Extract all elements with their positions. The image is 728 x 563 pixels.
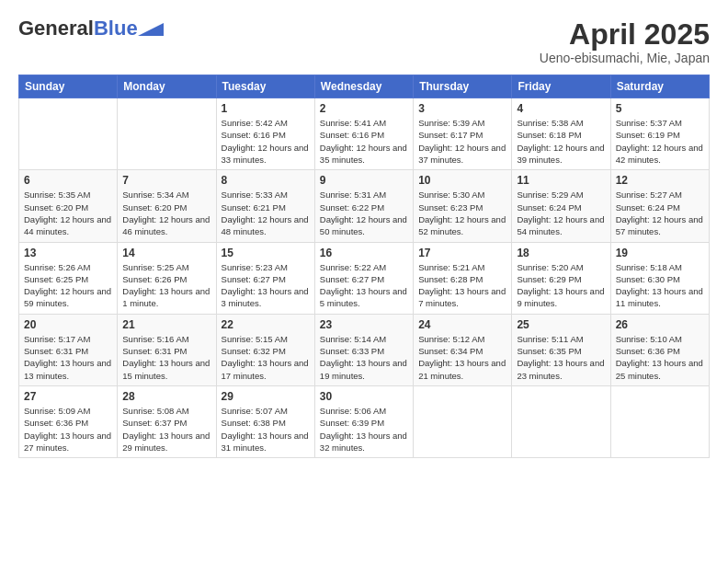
day-info: Sunrise: 5:09 AMSunset: 6:36 PMDaylight:… bbox=[24, 405, 112, 454]
day-number: 1 bbox=[222, 102, 310, 115]
day-number: 25 bbox=[517, 318, 605, 331]
day-info: Sunrise: 5:38 AMSunset: 6:18 PMDaylight:… bbox=[517, 117, 605, 166]
calendar-subtitle: Ueno-ebisumachi, Mie, Japan bbox=[540, 51, 710, 65]
calendar-cell: 10Sunrise: 5:30 AMSunset: 6:23 PMDayligh… bbox=[414, 170, 512, 242]
day-number: 10 bbox=[418, 174, 506, 187]
day-info: Sunrise: 5:18 AMSunset: 6:30 PMDaylight:… bbox=[616, 261, 704, 310]
day-info: Sunrise: 5:25 AMSunset: 6:26 PMDaylight:… bbox=[122, 261, 210, 310]
calendar-cell bbox=[19, 98, 118, 170]
weekday-header: Tuesday bbox=[216, 75, 314, 98]
day-number: 21 bbox=[122, 318, 210, 331]
weekday-header: Monday bbox=[118, 75, 216, 98]
day-info: Sunrise: 5:08 AMSunset: 6:37 PMDaylight:… bbox=[122, 405, 210, 454]
day-number: 26 bbox=[616, 318, 704, 331]
calendar-cell: 16Sunrise: 5:22 AMSunset: 6:27 PMDayligh… bbox=[314, 242, 413, 314]
day-number: 16 bbox=[320, 247, 408, 259]
day-number: 17 bbox=[418, 247, 506, 259]
day-info: Sunrise: 5:39 AMSunset: 6:17 PMDaylight:… bbox=[418, 117, 506, 166]
calendar-cell: 15Sunrise: 5:23 AMSunset: 6:27 PMDayligh… bbox=[216, 242, 314, 314]
page-header: GeneralBlue April 2025 Ueno-ebisumachi, … bbox=[18, 18, 710, 65]
day-info: Sunrise: 5:15 AMSunset: 6:32 PMDaylight:… bbox=[222, 333, 310, 382]
day-number: 24 bbox=[418, 318, 506, 331]
calendar-week-row: 13Sunrise: 5:26 AMSunset: 6:25 PMDayligh… bbox=[19, 242, 710, 314]
calendar-cell: 19Sunrise: 5:18 AMSunset: 6:30 PMDayligh… bbox=[610, 242, 709, 314]
day-number: 15 bbox=[222, 247, 310, 259]
day-info: Sunrise: 5:27 AMSunset: 6:24 PMDaylight:… bbox=[616, 189, 704, 237]
day-number: 5 bbox=[616, 102, 704, 115]
calendar-cell: 11Sunrise: 5:29 AMSunset: 6:24 PMDayligh… bbox=[512, 170, 610, 242]
weekday-header: Wednesday bbox=[314, 75, 413, 98]
day-number: 22 bbox=[222, 318, 310, 331]
day-info: Sunrise: 5:21 AMSunset: 6:28 PMDaylight:… bbox=[418, 261, 506, 310]
day-number: 13 bbox=[24, 247, 112, 259]
logo: GeneralBlue bbox=[18, 18, 164, 39]
day-info: Sunrise: 5:17 AMSunset: 6:31 PMDaylight:… bbox=[24, 333, 112, 382]
calendar-cell: 30Sunrise: 5:06 AMSunset: 6:39 PMDayligh… bbox=[314, 385, 413, 457]
day-info: Sunrise: 5:23 AMSunset: 6:27 PMDaylight:… bbox=[222, 261, 310, 310]
calendar-title: April 2025 bbox=[540, 18, 710, 51]
calendar-week-row: 6Sunrise: 5:35 AMSunset: 6:20 PMDaylight… bbox=[19, 170, 710, 242]
svg-marker-0 bbox=[138, 23, 164, 36]
calendar-cell: 14Sunrise: 5:25 AMSunset: 6:26 PMDayligh… bbox=[118, 242, 216, 314]
calendar-cell: 25Sunrise: 5:11 AMSunset: 6:35 PMDayligh… bbox=[512, 314, 610, 385]
calendar-cell: 21Sunrise: 5:16 AMSunset: 6:31 PMDayligh… bbox=[118, 314, 216, 385]
day-number: 14 bbox=[122, 247, 210, 259]
day-info: Sunrise: 5:34 AMSunset: 6:20 PMDaylight:… bbox=[122, 189, 210, 237]
calendar-cell bbox=[512, 385, 610, 457]
calendar-cell: 9Sunrise: 5:31 AMSunset: 6:22 PMDaylight… bbox=[314, 170, 413, 242]
calendar-cell: 23Sunrise: 5:14 AMSunset: 6:33 PMDayligh… bbox=[314, 314, 413, 385]
calendar-cell: 3Sunrise: 5:39 AMSunset: 6:17 PMDaylight… bbox=[414, 98, 512, 170]
weekday-header: Friday bbox=[512, 75, 610, 98]
day-number: 28 bbox=[122, 390, 210, 403]
day-info: Sunrise: 5:20 AMSunset: 6:29 PMDaylight:… bbox=[517, 261, 605, 310]
day-info: Sunrise: 5:29 AMSunset: 6:24 PMDaylight:… bbox=[517, 189, 605, 237]
calendar-cell: 27Sunrise: 5:09 AMSunset: 6:36 PMDayligh… bbox=[19, 385, 118, 457]
calendar-cell: 22Sunrise: 5:15 AMSunset: 6:32 PMDayligh… bbox=[216, 314, 314, 385]
day-number: 29 bbox=[222, 390, 310, 403]
calendar-cell bbox=[414, 385, 512, 457]
calendar-cell bbox=[118, 98, 216, 170]
day-info: Sunrise: 5:26 AMSunset: 6:25 PMDaylight:… bbox=[24, 261, 112, 310]
weekday-header-row: SundayMondayTuesdayWednesdayThursdayFrid… bbox=[19, 75, 710, 98]
day-number: 6 bbox=[24, 174, 112, 187]
day-info: Sunrise: 5:10 AMSunset: 6:36 PMDaylight:… bbox=[616, 333, 704, 382]
logo-text: GeneralBlue bbox=[18, 18, 138, 39]
day-number: 19 bbox=[616, 247, 704, 259]
day-info: Sunrise: 5:11 AMSunset: 6:35 PMDaylight:… bbox=[517, 333, 605, 382]
calendar-cell: 17Sunrise: 5:21 AMSunset: 6:28 PMDayligh… bbox=[414, 242, 512, 314]
day-info: Sunrise: 5:42 AMSunset: 6:16 PMDaylight:… bbox=[222, 117, 310, 166]
day-number: 12 bbox=[616, 174, 704, 187]
calendar-cell: 12Sunrise: 5:27 AMSunset: 6:24 PMDayligh… bbox=[610, 170, 709, 242]
day-number: 27 bbox=[24, 390, 112, 403]
day-number: 11 bbox=[517, 174, 605, 187]
calendar-table: SundayMondayTuesdayWednesdayThursdayFrid… bbox=[18, 75, 710, 458]
day-info: Sunrise: 5:35 AMSunset: 6:20 PMDaylight:… bbox=[24, 189, 112, 237]
day-number: 4 bbox=[517, 102, 605, 115]
calendar-cell bbox=[610, 385, 709, 457]
calendar-cell: 26Sunrise: 5:10 AMSunset: 6:36 PMDayligh… bbox=[610, 314, 709, 385]
day-info: Sunrise: 5:31 AMSunset: 6:22 PMDaylight:… bbox=[320, 189, 408, 237]
day-number: 2 bbox=[320, 102, 408, 115]
calendar-cell: 6Sunrise: 5:35 AMSunset: 6:20 PMDaylight… bbox=[19, 170, 118, 242]
day-number: 9 bbox=[320, 174, 408, 187]
title-block: April 2025 Ueno-ebisumachi, Mie, Japan bbox=[540, 18, 710, 65]
day-info: Sunrise: 5:07 AMSunset: 6:38 PMDaylight:… bbox=[222, 405, 310, 454]
day-number: 30 bbox=[320, 390, 408, 403]
day-info: Sunrise: 5:12 AMSunset: 6:34 PMDaylight:… bbox=[418, 333, 506, 382]
calendar-cell: 7Sunrise: 5:34 AMSunset: 6:20 PMDaylight… bbox=[118, 170, 216, 242]
day-number: 3 bbox=[418, 102, 506, 115]
calendar-cell: 28Sunrise: 5:08 AMSunset: 6:37 PMDayligh… bbox=[118, 385, 216, 457]
calendar-cell: 18Sunrise: 5:20 AMSunset: 6:29 PMDayligh… bbox=[512, 242, 610, 314]
calendar-cell: 2Sunrise: 5:41 AMSunset: 6:16 PMDaylight… bbox=[314, 98, 413, 170]
calendar-week-row: 27Sunrise: 5:09 AMSunset: 6:36 PMDayligh… bbox=[19, 385, 710, 457]
calendar-cell: 4Sunrise: 5:38 AMSunset: 6:18 PMDaylight… bbox=[512, 98, 610, 170]
logo-arrow-icon bbox=[138, 23, 164, 36]
day-info: Sunrise: 5:33 AMSunset: 6:21 PMDaylight:… bbox=[222, 189, 310, 237]
day-info: Sunrise: 5:22 AMSunset: 6:27 PMDaylight:… bbox=[320, 261, 408, 310]
day-number: 20 bbox=[24, 318, 112, 331]
day-info: Sunrise: 5:14 AMSunset: 6:33 PMDaylight:… bbox=[320, 333, 408, 382]
calendar-cell: 1Sunrise: 5:42 AMSunset: 6:16 PMDaylight… bbox=[216, 98, 314, 170]
logo-general: General bbox=[18, 17, 94, 40]
day-number: 8 bbox=[222, 174, 310, 187]
calendar-cell: 5Sunrise: 5:37 AMSunset: 6:19 PMDaylight… bbox=[610, 98, 709, 170]
